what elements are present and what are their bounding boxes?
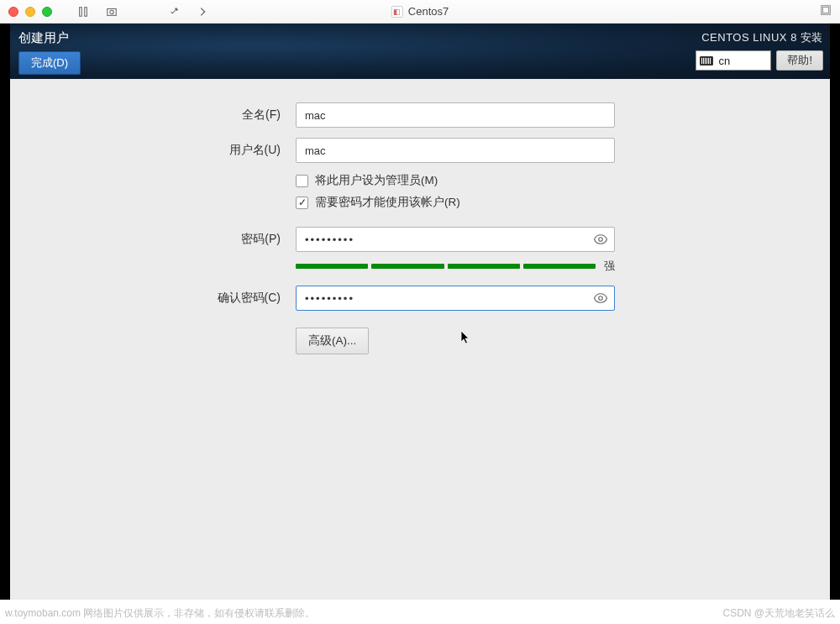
toggle-confirm-visibility-icon[interactable] <box>593 291 608 306</box>
password-input[interactable] <box>296 227 615 252</box>
require-password-label[interactable]: 需要密码才能使用该帐户(R) <box>315 195 460 210</box>
mac-titlebar: ◧ Centos7 <box>0 0 840 24</box>
vm-viewport: 创建用户 完成(D) CENTOS LINUX 8 安装 cn 帮助! 全名(F… <box>0 24 840 600</box>
expand-icon[interactable] <box>820 4 832 16</box>
titlebar-right <box>820 4 832 19</box>
svg-point-7 <box>599 296 603 301</box>
require-password-checkbox[interactable] <box>296 197 308 209</box>
admin-checkbox[interactable] <box>296 175 308 187</box>
lang-code: cn <box>718 55 730 67</box>
pause-icon[interactable] <box>77 6 89 18</box>
password-strength-meter: 强 <box>296 259 615 274</box>
svg-rect-0 <box>80 7 82 16</box>
svg-rect-1 <box>85 7 87 16</box>
username-label: 用户名(U) <box>10 143 296 158</box>
toggle-password-visibility-icon[interactable] <box>593 232 608 247</box>
chevron-right-icon[interactable] <box>197 6 208 18</box>
keyboard-layout-selector[interactable]: cn <box>696 50 771 71</box>
username-input[interactable] <box>296 138 615 163</box>
window-title-text: Centos7 <box>408 5 449 18</box>
snapshot-icon[interactable] <box>106 6 118 18</box>
advanced-button[interactable]: 高级(A)... <box>296 328 369 354</box>
confirm-password-label: 确认密码(C) <box>10 291 296 306</box>
done-button[interactable]: 完成(D) <box>18 51 81 75</box>
product-label: CENTOS LINUX 8 安装 <box>696 30 823 45</box>
strength-seg-4 <box>523 264 596 269</box>
svg-rect-5 <box>823 7 829 13</box>
svg-point-3 <box>110 10 113 13</box>
strength-seg-2 <box>371 264 444 269</box>
confirm-password-input[interactable] <box>296 286 615 311</box>
strength-seg-3 <box>448 264 520 269</box>
keyboard-icon <box>700 56 713 66</box>
footer-watermark: w.toymoban.com 网络图片仅供展示，非存储，如有侵权请联系删除。 C… <box>0 606 840 621</box>
installer-header: 创建用户 完成(D) CENTOS LINUX 8 安装 cn 帮助! <box>10 24 830 79</box>
password-label: 密码(P) <box>10 232 296 247</box>
strength-seg-1 <box>296 264 368 269</box>
settings-icon[interactable] <box>168 6 180 18</box>
fullname-input[interactable] <box>296 102 615 128</box>
titlebar-tool-icons <box>77 6 208 18</box>
window-title: ◧ Centos7 <box>391 5 449 18</box>
window-controls <box>8 7 52 17</box>
close-window-button[interactable] <box>8 7 18 17</box>
strength-label: 强 <box>604 259 615 274</box>
maximize-window-button[interactable] <box>42 7 52 17</box>
form-body: 全名(F) 用户名(U) 将此用户设为管理员(M) <box>10 79 830 600</box>
svg-point-6 <box>599 238 603 242</box>
fullname-label: 全名(F) <box>10 107 296 123</box>
page-title: 创建用户 <box>18 30 81 46</box>
minimize-window-button[interactable] <box>25 7 35 17</box>
vm-icon: ◧ <box>391 6 403 18</box>
footer-left: w.toymoban.com 网络图片仅供展示，非存储，如有侵权请联系删除。 <box>5 606 315 621</box>
help-button[interactable]: 帮助! <box>776 50 823 71</box>
footer-right: CSDN @天荒地老笑话么 <box>722 606 835 621</box>
admin-checkbox-label[interactable]: 将此用户设为管理员(M) <box>315 173 438 188</box>
svg-rect-2 <box>108 8 117 15</box>
installer-window: 创建用户 完成(D) CENTOS LINUX 8 安装 cn 帮助! 全名(F… <box>10 24 830 600</box>
